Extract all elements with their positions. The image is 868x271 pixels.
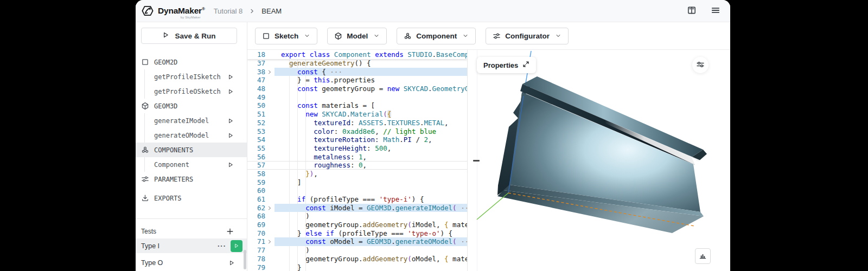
editor-gutter[interactable]: 71 (247, 237, 275, 246)
sidebar-section-components[interactable]: COMPONENTS (136, 143, 247, 157)
save-and-run-button[interactable]: Save & Run (141, 28, 237, 44)
editor-gutter[interactable]: 37 (247, 59, 275, 68)
tests-section-header: Tests (136, 224, 247, 238)
code-line-54[interactable]: 54 textureRotation: Math.PI / 2, (247, 136, 467, 144)
editor-gutter[interactable]: 78 (247, 255, 275, 263)
editor-gutter[interactable]: 48 (247, 85, 275, 93)
code-line-51[interactable]: 51 new SKYCAD.Material({ (247, 110, 467, 119)
play-outline-icon[interactable] (227, 132, 234, 139)
code-line-69[interactable]: 69 geometryGroup.addGeometry(iModel, { m… (247, 221, 467, 229)
code-text: roughness: 0, (275, 161, 467, 170)
toolbar-dropdown-configurator[interactable]: Configurator (486, 28, 569, 44)
code-line-50[interactable]: 50 const materials = [ (247, 101, 467, 110)
editor-gutter[interactable]: 69 (247, 221, 275, 229)
fold-spacer (267, 119, 275, 127)
editor-gutter[interactable]: 62 (247, 204, 275, 212)
add-test-button[interactable] (226, 228, 234, 235)
play-outline-icon[interactable] (227, 88, 234, 95)
play-outline-icon[interactable] (227, 74, 234, 80)
code-line-68[interactable]: 68 ) (247, 212, 467, 221)
code-line-70[interactable]: 70 } else if (profileType === 'type-o') … (247, 229, 467, 238)
editor-gutter[interactable]: 79 (247, 263, 275, 271)
beam-3d-model[interactable] (468, 50, 730, 271)
code-line-79[interactable]: 79 } (247, 263, 467, 271)
sidebar-section-exports[interactable]: EXPORTS (136, 191, 247, 205)
docs-button[interactable] (687, 5, 697, 17)
fold-chevron-icon[interactable] (267, 204, 275, 212)
editor-gutter[interactable]: 57 (247, 161, 275, 170)
play-outline-icon[interactable] (228, 260, 235, 266)
viewport-settings-button[interactable] (692, 57, 709, 73)
fold-chevron-icon[interactable] (267, 68, 275, 76)
play-outline-icon[interactable] (227, 118, 234, 124)
editor-gutter[interactable]: 60 (247, 186, 275, 195)
editor-gutter[interactable]: 59 (247, 178, 275, 187)
code-line-56[interactable]: 56 metalness: 1, (247, 153, 467, 162)
sidebar-section-geom3d[interactable]: GEOM3D (136, 99, 247, 113)
editor-gutter[interactable]: 55 (247, 144, 275, 153)
test-row-type-i[interactable]: Type I··· (136, 238, 247, 253)
editor-gutter[interactable]: 56 (247, 153, 275, 162)
code-line-53[interactable]: 53 color: 0xadd8e6, // light blue (247, 127, 467, 136)
code-line-48[interactable]: 48 const geometryGroup = new SKYCAD.Geom… (247, 85, 467, 93)
toolbar-dropdown-model[interactable]: Model (327, 28, 387, 44)
sidebar-item-getprofileisketch[interactable]: getProfileISketch (144, 69, 247, 84)
sidebar-item-getprofileosketch[interactable]: getProfileOSketch (144, 84, 247, 99)
code-line-57[interactable]: 57 roughness: 0, (247, 161, 467, 170)
run-test-button[interactable] (231, 240, 242, 252)
editor-gutter[interactable]: 51 (247, 110, 275, 119)
code-line-78[interactable]: 78 geometryGroup.addGeometry(oModel, { m… (247, 255, 467, 263)
test-row-type-o[interactable]: Type O (136, 255, 247, 270)
code-line-47[interactable]: 47 } = this.properties (247, 76, 467, 85)
breadcrumb-project[interactable]: Tutorial 8 (214, 7, 243, 15)
editor-gutter[interactable]: 52 (247, 119, 275, 127)
fold-spacer (267, 170, 275, 178)
play-outline-icon[interactable] (227, 162, 234, 168)
editor-gutter[interactable]: 54 (247, 136, 275, 144)
editor-gutter[interactable]: 18 (247, 50, 275, 59)
code-line-37[interactable]: 37 generateGeometry() { (247, 59, 467, 68)
code-line-55[interactable]: 55 textureHeight: 500, (247, 144, 467, 153)
code-line-49[interactable]: 49 (247, 93, 467, 102)
metrics-button[interactable] (695, 248, 711, 264)
code-line-18[interactable]: 18export class Component extends STUDIO.… (247, 50, 467, 59)
editor-gutter[interactable]: 58 (247, 170, 275, 178)
sidebar-item-generateomodel[interactable]: generateOModel (144, 128, 247, 143)
sidebar-section-geom2d[interactable]: GEOM2D (136, 55, 247, 69)
sidebar-section-parameters[interactable]: PARAMETERS (136, 172, 247, 186)
fold-spacer (267, 93, 275, 102)
editor-gutter[interactable]: 47 (247, 76, 275, 85)
tests-list: Type I···Type O (136, 238, 247, 270)
code-line-60[interactable]: 60 (247, 186, 467, 195)
editor-gutter[interactable]: 53 (247, 127, 275, 136)
editor-gutter[interactable]: 49 (247, 93, 275, 102)
sidebar-item-generateimodel[interactable]: generateIModel (144, 113, 247, 128)
code-line-71[interactable]: 71 const oModel = GEOM3D.generateOModel(… (247, 237, 467, 246)
code-line-59[interactable]: 59 ] (247, 178, 467, 187)
test-menu-button[interactable]: ··· (213, 242, 231, 250)
viewport-3d[interactable]: Properties (468, 50, 730, 271)
sidebar: Save & Run GEOM2DgetProfileISketchgetPro… (136, 22, 247, 271)
editor-gutter[interactable]: 68 (247, 212, 275, 221)
code-line-38[interactable]: 38 const { ··· (247, 68, 467, 76)
editor-gutter[interactable]: 77 (247, 246, 275, 255)
code-line-62[interactable]: 62 const iModel = GEOM3D.generateIModel(… (247, 204, 467, 212)
code-line-61[interactable]: 61 if (profileType === 'type-i') { (247, 195, 467, 204)
editor-gutter[interactable]: 70 (247, 229, 275, 238)
code-line-77[interactable]: 77 ) (247, 246, 467, 255)
dynamaker-logo[interactable]: DynaMaker® by SkyMaker (141, 4, 205, 17)
code-editor[interactable]: 18export class Component extends STUDIO.… (247, 50, 468, 271)
fold-chevron-icon[interactable] (267, 237, 275, 246)
editor-gutter[interactable]: 38 (247, 68, 275, 76)
toolbar-dropdown-component[interactable]: Component (397, 28, 476, 44)
editor-gutter[interactable]: 61 (247, 195, 275, 204)
code-line-58[interactable]: 58 }), (247, 170, 467, 178)
editor-gutter[interactable]: 50 (247, 101, 275, 110)
toolbar-dropdown-sketch[interactable]: Sketch (255, 28, 317, 44)
properties-button[interactable]: Properties (477, 57, 536, 73)
sidebar-scrollbar-thumb[interactable] (244, 250, 246, 269)
code-line-52[interactable]: 52 textureId: ASSETS.TEXTURES.METAL, (247, 119, 467, 127)
sidebar-item-component[interactable]: Component (144, 157, 247, 172)
square-icon (262, 32, 270, 40)
main-menu-button[interactable] (711, 5, 720, 17)
